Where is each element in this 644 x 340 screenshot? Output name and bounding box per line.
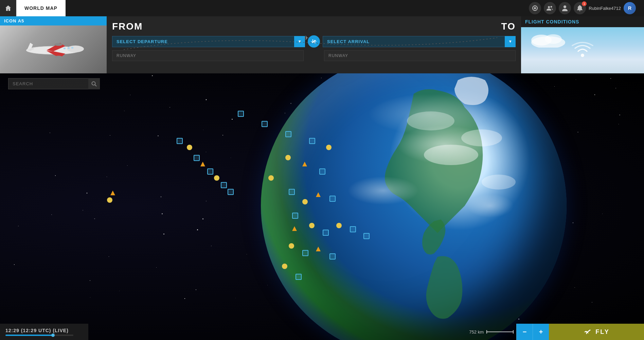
departure-arrow: ▾ xyxy=(294,36,305,47)
svg-point-11 xyxy=(54,43,62,46)
airport-marker-2[interactable] xyxy=(262,121,268,128)
bottom-bar: 12:29 (12:29 UTC) (LIVE) 752 km − + FLY xyxy=(0,324,644,340)
map-area[interactable] xyxy=(0,73,644,340)
home-button[interactable] xyxy=(0,0,16,16)
user-info[interactable]: RubinFalke4712 R xyxy=(589,2,639,14)
airport-marker-5[interactable] xyxy=(326,145,333,151)
search-bar xyxy=(8,78,100,89)
airport-marker-9[interactable] xyxy=(268,175,275,182)
aircraft-section: ICON A5 xyxy=(0,16,107,73)
svg-point-23 xyxy=(407,111,454,130)
svg-point-1 xyxy=(534,7,536,9)
airport-marker-26[interactable] xyxy=(296,274,302,281)
airport-marker-w1[interactable] xyxy=(110,191,117,197)
search-icon-button[interactable] xyxy=(88,78,100,89)
swap-button[interactable] xyxy=(308,35,320,48)
svg-point-7 xyxy=(551,6,552,8)
airport-marker-23[interactable] xyxy=(316,247,323,253)
notification-icon-btn[interactable]: 1 xyxy=(574,2,586,14)
airport-marker-24[interactable] xyxy=(329,253,336,260)
zoom-plus-button[interactable]: + xyxy=(533,324,549,340)
airport-marker-18[interactable] xyxy=(336,223,343,230)
airport-marker-11[interactable] xyxy=(302,199,309,206)
airport-marker-1[interactable] xyxy=(238,111,245,118)
svg-point-19 xyxy=(545,34,562,44)
svg-point-24 xyxy=(482,175,516,190)
header-panel: ICON A5 xyxy=(0,16,644,73)
airport-marker-w2[interactable] xyxy=(107,197,114,204)
arrival-selector[interactable]: SELECT ARRIVAL ▾ xyxy=(323,36,516,47)
zoom-minus-button[interactable]: − xyxy=(516,324,533,340)
svg-point-6 xyxy=(548,6,550,8)
signal-icon xyxy=(569,40,596,60)
arrival-arrow: ▾ xyxy=(505,36,516,47)
earth-globe xyxy=(261,73,567,340)
svg-line-26 xyxy=(95,85,97,86)
airport-marker-6[interactable] xyxy=(285,155,292,162)
svg-point-20 xyxy=(581,54,584,57)
airport-marker-p4[interactable] xyxy=(200,162,207,168)
airport-marker-p8[interactable] xyxy=(228,189,234,196)
airport-marker-14[interactable] xyxy=(292,213,299,219)
topbar: WORLD MAP xyxy=(0,0,644,16)
airport-marker-25[interactable] xyxy=(282,264,289,270)
flight-section: ✈ FROM TO SELECT DEPARTURE ▾ xyxy=(107,16,521,73)
scale-value: 752 km xyxy=(469,329,484,335)
username-label: RubinFalke4712 xyxy=(589,6,621,11)
svg-point-10 xyxy=(67,46,84,52)
time-slider-container[interactable] xyxy=(5,335,83,336)
zoom-controls: − + xyxy=(516,324,549,340)
to-label: TO xyxy=(501,16,516,34)
airport-marker-22[interactable] xyxy=(302,250,309,257)
fly-label: FLY xyxy=(595,328,609,336)
flight-conditions-label: FLIGHT CONDITIONS xyxy=(521,16,644,27)
fly-button[interactable]: FLY xyxy=(549,324,644,340)
airport-marker-p2[interactable] xyxy=(187,145,194,151)
from-label: FROM xyxy=(112,16,143,34)
airport-marker-p6[interactable] xyxy=(214,175,221,182)
svg-point-22 xyxy=(461,129,502,146)
arrival-selector-wrapper: SELECT ARRIVAL ▾ xyxy=(323,36,516,47)
arrival-runway: RUNWAY xyxy=(324,50,516,61)
airport-marker-8[interactable] xyxy=(319,168,326,175)
departure-selector-wrapper: SELECT DEPARTURE ▾ xyxy=(112,36,305,47)
aircraft-image[interactable] xyxy=(0,25,107,73)
target-icon-btn[interactable] xyxy=(529,2,541,14)
airport-marker-3[interactable] xyxy=(285,131,292,138)
airport-marker-p5[interactable] xyxy=(207,168,214,175)
svg-point-21 xyxy=(424,145,478,165)
airport-marker-p3[interactable] xyxy=(194,155,200,162)
airport-marker-10[interactable] xyxy=(289,189,296,196)
departure-runway: RUNWAY xyxy=(112,50,304,61)
departure-selector[interactable]: SELECT DEPARTURE ▾ xyxy=(112,36,305,47)
airport-marker-20[interactable] xyxy=(363,233,370,240)
svg-rect-15 xyxy=(71,47,73,49)
topbar-icons: 1 RubinFalke4712 R xyxy=(529,2,644,14)
airport-marker-4[interactable] xyxy=(309,138,316,145)
world-map-title: WORLD MAP xyxy=(16,0,66,16)
airport-marker-p1[interactable] xyxy=(177,138,183,145)
time-value: 12:29 (12:29 UTC) (LIVE) xyxy=(5,328,83,333)
airport-marker-13[interactable] xyxy=(329,196,336,202)
airport-marker-16[interactable] xyxy=(292,226,299,233)
airport-marker-p7[interactable] xyxy=(221,182,228,189)
flight-conditions-panel: FLIGHT CONDITIONS xyxy=(521,16,644,73)
airport-marker-12[interactable] xyxy=(316,192,323,199)
airport-marker-15[interactable] xyxy=(309,223,316,230)
airport-marker-7[interactable] xyxy=(302,162,309,168)
time-display: 12:29 (12:29 UTC) (LIVE) xyxy=(0,324,88,340)
airport-marker-21[interactable] xyxy=(289,243,296,250)
flight-header: FROM TO xyxy=(107,16,521,34)
svg-point-25 xyxy=(92,82,95,85)
airport-marker-17[interactable] xyxy=(323,230,329,236)
notification-badge: 1 xyxy=(582,1,587,6)
person-icon-btn[interactable] xyxy=(559,2,571,14)
user-avatar: R xyxy=(624,2,636,14)
airport-marker-19[interactable] xyxy=(350,226,357,233)
search-input[interactable] xyxy=(8,78,100,89)
map-scale: 752 km xyxy=(469,329,516,335)
svg-point-8 xyxy=(564,5,566,8)
users-icon-btn[interactable] xyxy=(544,2,556,14)
selectors-row: SELECT DEPARTURE ▾ SELECT ARRIVAL ▾ xyxy=(107,34,521,49)
arrival-placeholder: SELECT ARRIVAL xyxy=(327,39,370,44)
